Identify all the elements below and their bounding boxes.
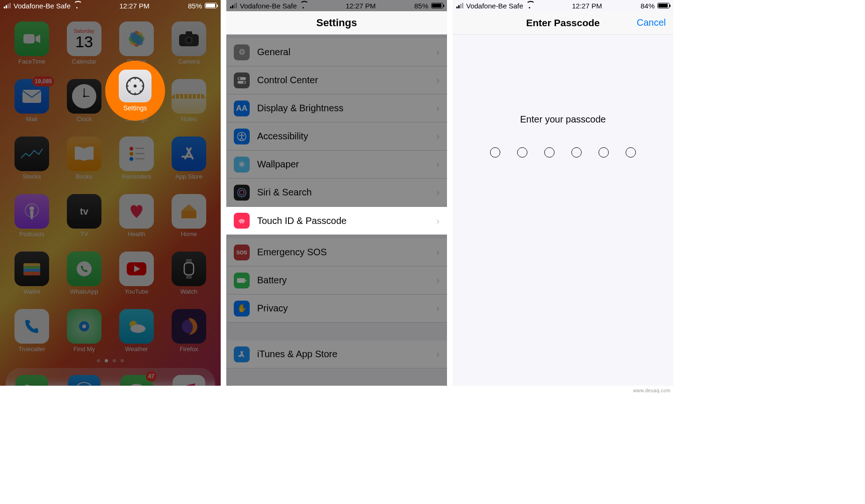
app-calendar[interactable]: Saturday13Calendar [64,22,105,65]
app-health[interactable]: Health [116,194,157,238]
status-time: 12:27 PM [346,2,375,10]
sos-icon: SOS [234,245,250,260]
row-label: Touch ID & Passcode [257,216,429,226]
mail-badge: 19,085 [32,76,54,86]
battery-icon [205,3,217,8]
app-weather[interactable]: Weather [116,309,157,353]
tv-icon: tv [67,194,101,229]
app-youtube[interactable]: YouTube [116,252,157,295]
chevron-right-icon: › [436,103,440,114]
svg-point-45 [82,324,86,328]
app-books[interactable]: Books [64,137,105,180]
app-watch[interactable]: Watch [168,252,209,295]
row-sos[interactable]: SOSEmergency SOS› [226,238,447,266]
row-label: Emergency SOS [257,247,429,258]
app-clock[interactable]: Clock [64,79,105,122]
svg-rect-27 [135,148,144,149]
passcode-dots [490,147,636,158]
row-accessibility[interactable]: Accessibility› [226,122,447,151]
clock-icon [67,79,101,114]
signal-icon [4,3,11,8]
dock-messages[interactable]: 47 [120,375,153,386]
svg-rect-60 [245,280,246,281]
svg-rect-42 [186,259,192,262]
chevron-right-icon: › [436,159,440,170]
passcode-title: Enter Passcode [526,17,600,29]
chevron-right-icon: › [436,47,440,58]
chevron-right-icon: › [436,247,440,258]
text-size-icon: AA [234,101,250,116]
dock-phone[interactable] [15,375,48,386]
app-notes[interactable]: Notes [168,79,209,122]
row-siri[interactable]: Siri & Search› [226,179,447,207]
row-privacy[interactable]: ✋Privacy› [226,295,447,323]
dock-safari[interactable] [68,375,101,386]
app-label: YouTube [124,288,148,295]
app-label: Firefox [180,346,198,353]
app-firefox[interactable]: Firefox [168,309,209,353]
svg-rect-29 [135,158,144,159]
app-label: Reminders [122,173,151,180]
notes-icon [172,79,206,114]
passcode-dot [517,147,527,158]
app-camera[interactable]: Camera [168,22,209,65]
dock: 47 [6,368,215,386]
watch-icon [172,252,206,286]
phone-icon [14,309,49,344]
app-podcasts[interactable]: Podcasts [11,194,52,238]
hand-icon: ✋ [234,301,250,317]
signal-icon [230,3,237,8]
svg-point-23 [83,95,85,97]
chevron-right-icon: › [436,349,440,360]
battery-percent: 84% [641,2,655,10]
row-battery[interactable]: Battery› [226,266,447,295]
row-label: Display & Brightness [257,103,429,114]
battery-percent: 85% [414,2,428,10]
row-display[interactable]: AADisplay & Brightness› [226,94,447,122]
weather-icon [119,309,154,344]
app-wallet[interactable]: Wallet [11,252,52,295]
app-home[interactable]: Home [168,194,209,238]
svg-point-33 [29,206,34,211]
svg-rect-10 [23,34,35,43]
app-reminders[interactable]: Reminders [116,137,157,180]
app-label: App Store [175,173,202,180]
gear-icon: ⚙ [234,44,250,60]
row-touchid[interactable]: Touch ID & Passcode› [226,207,447,235]
wifi-icon [73,3,81,8]
row-wallpaper[interactable]: ❀Wallpaper› [226,151,447,179]
svg-point-24 [130,147,133,151]
app-stocks[interactable]: Stocks [11,137,52,180]
app-whatsapp[interactable]: WhatsApp [64,252,105,295]
app-findmy[interactable]: Find My [64,309,105,353]
books-icon [67,137,101,171]
row-general[interactable]: ⚙General› [226,38,447,66]
app-label: Truecaller [18,346,45,353]
app-facetime[interactable]: FaceTime [11,22,52,65]
passcode-dot [571,147,582,158]
app-appstore[interactable]: App Store [168,137,209,180]
app-label: Stocks [22,173,41,180]
page-indicator[interactable] [0,359,221,362]
app-mail[interactable]: 19,085Mail [11,79,52,122]
app-truecaller[interactable]: Truecaller [11,309,52,353]
row-control-center[interactable]: Control Center› [226,66,447,94]
svg-rect-28 [135,153,144,154]
wifi-icon [526,3,533,8]
svg-point-39 [77,261,92,276]
svg-point-54 [243,81,245,83]
app-photos[interactable]: Photos [116,22,157,65]
settings-highlight[interactable]: Settings [105,61,165,121]
calendar-icon: Saturday13 [67,22,101,56]
app-tv[interactable]: tvTV [64,194,105,238]
dock-music[interactable] [173,375,205,386]
screen-settings: Vodafone-Be Safe 12:27 PM 85% Settings ⚙… [226,0,447,386]
chevron-right-icon: › [436,187,440,198]
cancel-button[interactable]: Cancel [637,17,666,28]
row-itunes[interactable]: iTunes & App Store› [226,340,447,368]
settings-highlight-label: Settings [123,104,147,112]
svg-line-7 [140,91,141,92]
appstore-icon [234,346,250,362]
wifi-icon [300,3,307,8]
whatsapp-icon [67,252,101,286]
